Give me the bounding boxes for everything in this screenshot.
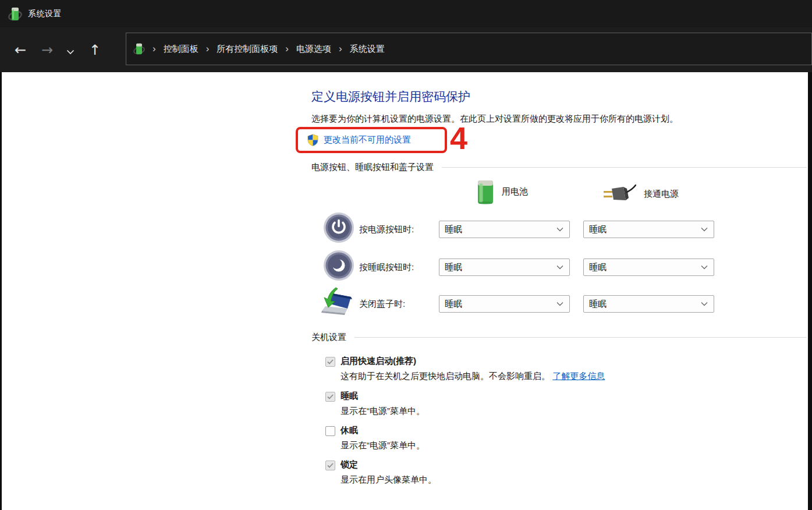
navigation-bar: ← → ↑ › 控制面板 › 所有控制面板项 › 电源选项 › 系统设置	[0, 27, 812, 72]
sleep-button-icon	[323, 250, 354, 281]
content-pane: 定义电源按钮并启用密码保护 选择要为你的计算机设置的电源设置。在此页上对设置所做…	[2, 72, 808, 510]
hibernate-checkbox[interactable]	[325, 426, 335, 436]
chevron-down-icon	[556, 265, 563, 270]
annotation-box: 更改当前不可用的设置	[296, 127, 447, 153]
power-options-icon	[8, 6, 22, 22]
checkmark-icon	[327, 394, 334, 399]
option-description: 这有助于在关机之后更快地启动电脑。不会影响重启。 了解更多信息	[341, 371, 605, 382]
option-description-text: 这有助于在关机之后更快地启动电脑。不会影响重启。	[341, 371, 550, 381]
option-description: 显示在“电源”菜单中。	[341, 440, 425, 451]
lid-close-icon	[318, 286, 354, 318]
window-title: 系统设置	[28, 9, 62, 19]
sleep-button-row: 按睡眠按钮时: 睡眠 睡眠	[2, 250, 808, 282]
checkmark-icon	[327, 463, 334, 468]
back-button[interactable]: ←	[10, 40, 30, 60]
section-divider	[354, 337, 807, 338]
sleep-checkbox	[325, 392, 335, 402]
battery-icon	[477, 178, 494, 205]
section-title: 电源按钮、睡眠按钮和盖子设置	[311, 162, 434, 173]
change-unavailable-settings-link[interactable]: 更改当前不可用的设置	[324, 134, 411, 146]
sleep-button-on-battery-select[interactable]: 睡眠	[439, 258, 570, 276]
forward-button[interactable]: →	[37, 40, 57, 60]
close-lid-row: 关闭盖子时: 睡眠 睡眠	[2, 286, 808, 319]
option-label: 锁定	[341, 459, 358, 470]
column-label: 用电池	[502, 186, 528, 197]
option-label: 启用快速启动(推荐)	[341, 356, 416, 367]
option-description: 显示在“电源”菜单中。	[341, 406, 425, 417]
row-label: 按电源按钮时:	[359, 224, 414, 235]
checkmark-icon	[327, 359, 334, 364]
power-button-plugged-in-select[interactable]: 睡眠	[583, 221, 714, 238]
row-label: 按睡眠按钮时:	[359, 262, 414, 273]
chevron-down-icon	[556, 227, 563, 232]
section-title: 关机设置	[311, 332, 346, 343]
breadcrumb-separator-icon: ›	[206, 43, 210, 55]
hibernate-option: 休眠 显示在“电源”菜单中。	[2, 425, 808, 459]
column-on-battery: 用电池	[477, 178, 528, 205]
power-button-icon	[323, 212, 354, 243]
intro-text: 选择要为你的计算机设置的电源设置。在此页上对设置所做的更改将应用于你所有的电源计…	[311, 114, 678, 125]
breadcrumb-power-options[interactable]: 电源选项	[296, 44, 331, 55]
sleep-button-plugged-in-select[interactable]: 睡眠	[583, 258, 714, 276]
chevron-down-icon	[701, 265, 708, 270]
chevron-down-icon	[701, 302, 708, 306]
annotation-number: 4	[450, 122, 467, 154]
page-title: 定义电源按钮并启用密码保护	[311, 88, 470, 105]
uac-shield-icon	[307, 134, 318, 146]
learn-more-link[interactable]: 了解更多信息	[552, 371, 605, 381]
option-label: 睡眠	[341, 391, 358, 402]
column-plugged-in: 接通电源	[604, 184, 679, 204]
section-divider	[442, 167, 807, 168]
titlebar: 系统设置	[0, 0, 812, 27]
up-button[interactable]: ↑	[85, 40, 105, 60]
fast-startup-checkbox	[325, 357, 335, 367]
sleep-option: 睡眠 显示在“电源”菜单中。	[2, 391, 808, 424]
breadcrumb-all-items[interactable]: 所有控制面板项	[217, 44, 278, 55]
option-label: 休眠	[341, 425, 358, 436]
breadcrumb-separator-icon: ›	[339, 43, 342, 55]
fast-startup-option: 启用快速启动(推荐) 这有助于在关机之后更快地启动电脑。不会影响重启。 了解更多…	[2, 356, 808, 389]
chevron-down-icon	[701, 227, 708, 232]
lock-checkbox	[325, 461, 335, 470]
power-button-row: 按电源按钮时: 睡眠 睡眠	[2, 212, 808, 245]
plug-icon	[604, 184, 636, 204]
recent-locations-chevron-icon[interactable]	[63, 40, 78, 60]
row-label: 关闭盖子时:	[359, 299, 405, 310]
breadcrumb-separator-icon: ›	[285, 43, 289, 55]
power-button-on-battery-select[interactable]: 睡眠	[439, 221, 570, 238]
close-lid-on-battery-select[interactable]: 睡眠	[439, 295, 570, 313]
breadcrumb-system-settings[interactable]: 系统设置	[350, 44, 385, 55]
breadcrumb-control-panel[interactable]: 控制面板	[164, 44, 198, 55]
section-power-buttons: 电源按钮、睡眠按钮和盖子设置	[311, 162, 807, 173]
option-description: 显示在用户头像菜单中。	[341, 474, 437, 486]
breadcrumb-separator-icon: ›	[153, 43, 156, 55]
lock-option: 锁定 显示在用户头像菜单中。	[2, 459, 808, 493]
power-options-icon	[133, 42, 145, 56]
close-lid-plugged-in-select[interactable]: 睡眠	[583, 295, 714, 313]
column-label: 接通电源	[644, 189, 679, 200]
section-shutdown-settings: 关机设置	[311, 332, 807, 343]
chevron-down-icon	[556, 302, 563, 306]
address-bar[interactable]: › 控制面板 › 所有控制面板项 › 电源选项 › 系统设置	[126, 33, 812, 65]
